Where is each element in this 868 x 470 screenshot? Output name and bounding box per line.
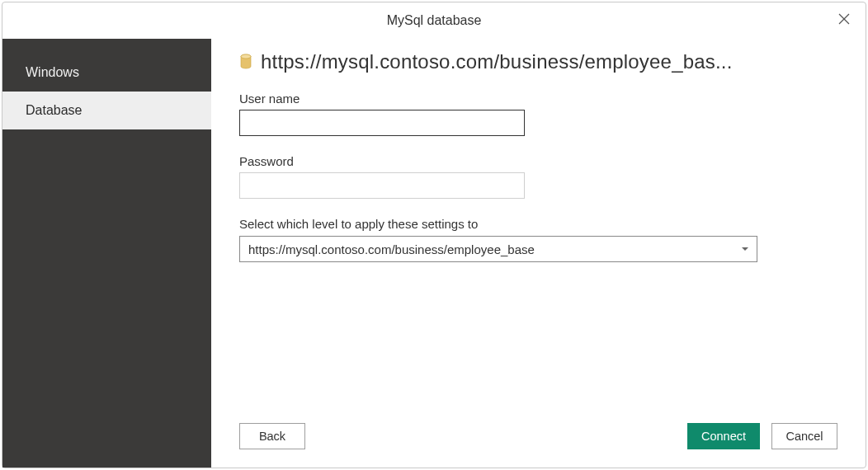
password-label: Password — [239, 154, 837, 168]
level-select-value: https://mysql.contoso.com/business/emplo… — [248, 242, 535, 256]
close-icon — [837, 12, 851, 29]
auth-method-sidebar: Windows Database — [2, 39, 211, 468]
dialog-title: MySql database — [387, 13, 482, 28]
sidebar-item-windows[interactable]: Windows — [2, 54, 211, 92]
connect-button[interactable]: Connect — [687, 423, 760, 449]
connection-header: https://mysql.contoso.com/business/emplo… — [239, 50, 837, 73]
main-panel: https://mysql.contoso.com/business/emplo… — [211, 39, 866, 468]
sidebar-item-database[interactable]: Database — [2, 92, 211, 129]
database-icon — [239, 54, 252, 70]
level-label: Select which level to apply these settin… — [239, 217, 837, 231]
cancel-button[interactable]: Cancel — [771, 423, 837, 449]
username-input[interactable] — [239, 110, 525, 136]
credentials-dialog: MySql database Windows Database — [2, 2, 866, 468]
password-input[interactable] — [239, 172, 525, 199]
username-label: User name — [239, 92, 837, 106]
svg-point-3 — [241, 54, 251, 59]
sidebar-item-label: Windows — [26, 65, 79, 80]
dialog-body: Windows Database https://mysql.contoso.c… — [2, 39, 866, 468]
titlebar: MySql database — [2, 2, 866, 39]
dialog-footer: Back Connect Cancel — [239, 423, 837, 449]
connection-url: https://mysql.contoso.com/business/emplo… — [261, 50, 837, 73]
back-button[interactable]: Back — [239, 423, 305, 449]
close-button[interactable] — [834, 11, 854, 31]
chevron-down-icon — [742, 247, 748, 251]
sidebar-item-label: Database — [26, 103, 83, 118]
level-select[interactable]: https://mysql.contoso.com/business/emplo… — [239, 236, 757, 262]
